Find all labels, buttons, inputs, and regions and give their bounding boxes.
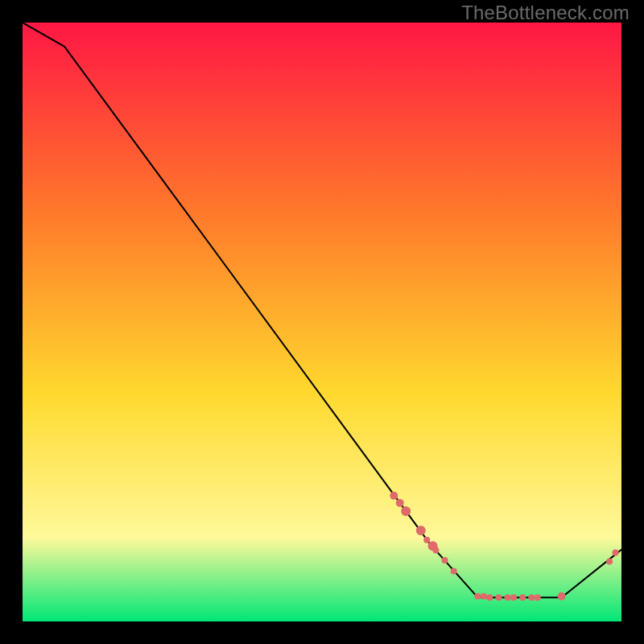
data-point xyxy=(496,594,502,601)
chart-frame: TheBottleneck.com xyxy=(0,0,644,644)
data-point xyxy=(396,499,404,507)
data-point xyxy=(442,557,448,564)
data-point xyxy=(432,547,439,554)
data-point xyxy=(416,526,426,535)
data-point xyxy=(528,594,535,601)
data-point xyxy=(401,506,411,516)
data-point xyxy=(519,594,526,601)
data-point xyxy=(423,537,430,543)
data-point xyxy=(451,568,457,575)
watermark-text: TheBottleneck.com xyxy=(461,2,630,24)
data-point xyxy=(474,593,481,600)
chart-svg xyxy=(23,23,621,621)
data-point xyxy=(481,593,487,600)
data-point xyxy=(505,594,511,601)
data-point xyxy=(510,594,517,601)
data-point xyxy=(606,559,613,565)
data-point xyxy=(613,549,619,555)
data-point xyxy=(486,594,493,601)
data-point xyxy=(535,594,541,601)
data-point xyxy=(390,492,398,500)
data-point xyxy=(558,592,566,601)
chart-plot-area xyxy=(23,23,621,621)
